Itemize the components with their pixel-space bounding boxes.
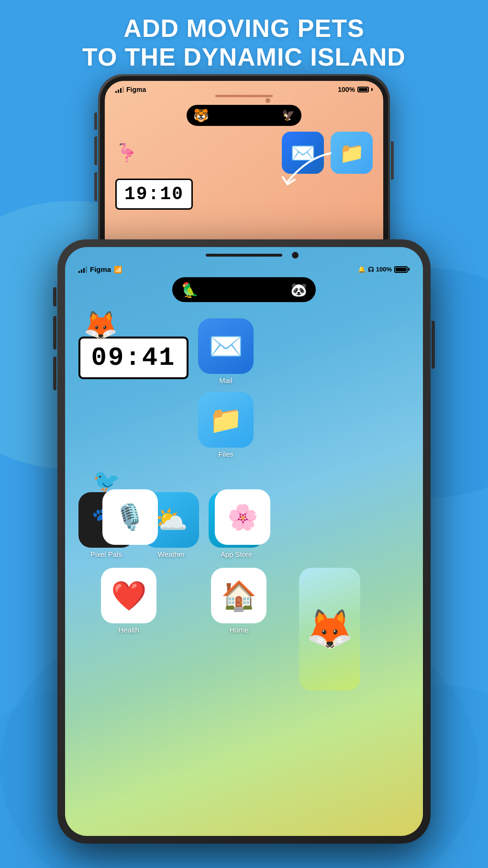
app-title: ADD MOVING PETS TO THE DYNAMIC ISLAND <box>0 14 488 72</box>
front-dynamic-island: 🦜 🐼 <box>172 277 316 302</box>
battery-pct: 100% <box>376 266 392 273</box>
back-clock-widget: 19:10 <box>115 179 193 210</box>
front-clock-widget: 09:41 <box>78 337 189 379</box>
bluetooth-icon: ☊ <box>368 266 374 273</box>
back-battery-pct: 100% <box>338 86 355 93</box>
back-left-pet: 🐯 <box>193 108 209 123</box>
pixel-pals-label: Pixel Pals <box>90 550 122 558</box>
front-right-pet: 🐼 <box>290 282 307 298</box>
front-mail-label: Mail <box>219 376 233 384</box>
front-health-icon[interactable]: ❤️ <box>101 568 156 623</box>
alarm-icon: 🔔 <box>358 266 366 273</box>
front-photos-icon[interactable]: 🌸 <box>215 489 270 545</box>
front-home-icon[interactable]: 🏠 <box>211 568 266 623</box>
back-axolotl-pet: 🦩 <box>115 142 138 163</box>
front-status-bar: Figma 📶 🔔 ☊ 100% <box>65 263 423 273</box>
wifi-icon: 📶 <box>114 266 122 273</box>
arrow-annotation <box>268 148 345 206</box>
front-weather-label: Weather <box>158 550 185 558</box>
title-line2: TO THE DYNAMIC ISLAND <box>0 43 488 72</box>
fox-large-widget[interactable]: 🦊 <box>299 568 360 690</box>
front-health-label: Health <box>118 626 139 634</box>
front-podcasts-icon[interactable]: 🎙️ <box>102 489 158 545</box>
front-home-label: Home <box>229 626 248 634</box>
title-line1: ADD MOVING PETS <box>0 14 488 43</box>
back-right-pet: 🦅 <box>282 109 295 122</box>
front-files-icon[interactable]: 📁 <box>198 392 254 448</box>
back-dynamic-island: 🐯 🦅 <box>187 105 301 126</box>
back-phone-carrier: Figma <box>126 86 146 93</box>
front-appstore-label: App Store <box>221 550 253 558</box>
front-left-pet: 🦜 <box>181 282 199 298</box>
front-mail-icon[interactable]: ✉️ <box>198 318 254 374</box>
front-phone: Figma 📶 🔔 ☊ 100% 🦜 <box>57 239 431 844</box>
front-files-label: Files <box>218 450 233 458</box>
front-carrier: Figma <box>90 265 111 273</box>
